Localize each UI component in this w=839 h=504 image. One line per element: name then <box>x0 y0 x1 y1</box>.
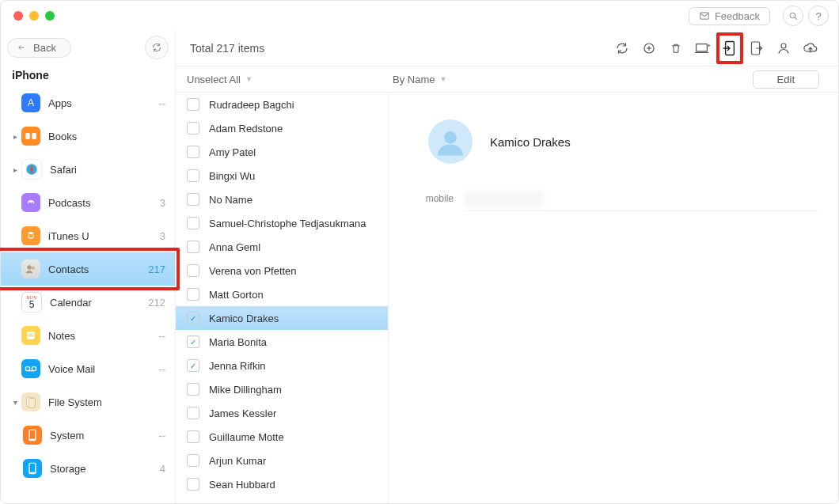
list-item[interactable]: James Kessler <box>176 401 388 425</box>
refresh-button[interactable] <box>145 36 169 59</box>
chevron-right-icon: ▸ <box>10 132 20 141</box>
contact-name-label: Matt Gorton <box>209 289 264 301</box>
checkbox[interactable] <box>187 264 199 277</box>
checkbox[interactable] <box>187 454 199 467</box>
feedback-button[interactable]: Feedback <box>689 7 770 25</box>
contacts-list[interactable]: Rudradeep BagchiAdam RedstoneAmy PatelBi… <box>176 93 389 503</box>
sidebar: Back iPhone A Apps -- ▸ <box>1 31 175 503</box>
unselect-all-button[interactable]: Unselect All ▼ <box>176 74 385 85</box>
list-item[interactable]: Amy Patel <box>176 140 388 164</box>
sidebar-item-apps[interactable]: A Apps -- <box>1 86 175 119</box>
minimize-icon[interactable] <box>29 11 39 21</box>
list-item[interactable]: Kamico Drakes <box>176 306 388 330</box>
podcasts-icon <box>21 193 40 212</box>
sidebar-item-contacts[interactable]: Contacts 217 <box>1 252 175 286</box>
contact-name-label: Rudradeep Bagchi <box>209 99 294 111</box>
checkbox[interactable] <box>187 241 199 253</box>
export-from-device-button[interactable] <box>743 35 770 62</box>
contact-name-label: Maria Bonita <box>209 336 267 348</box>
checkbox[interactable] <box>187 217 199 229</box>
sidebar-item-label: File System <box>48 396 165 408</box>
sidebar-item-safari[interactable]: ▸ Safari <box>1 153 175 186</box>
list-item[interactable]: Arjun Kumar <box>176 449 388 472</box>
contact-name-label: Samuel-Christophe Tedjasukmana <box>209 218 366 229</box>
columns: Rudradeep BagchiAdam RedstoneAmy PatelBi… <box>176 93 838 503</box>
export-device-icon <box>750 40 763 56</box>
edit-button[interactable]: Edit <box>753 70 819 89</box>
list-item[interactable]: Samuel-Christophe Tedjasukmana <box>176 211 388 235</box>
chevron-down-icon: ▾ <box>10 398 20 407</box>
help-button[interactable]: ? <box>808 6 829 26</box>
list-item[interactable]: No Name <box>176 188 388 211</box>
list-item[interactable]: Maria Bonita <box>176 330 388 354</box>
delete-button[interactable] <box>662 35 689 62</box>
svg-point-13 <box>32 366 36 370</box>
close-icon[interactable] <box>13 11 23 21</box>
sidebar-item-notes[interactable]: Notes -- <box>1 319 175 352</box>
checkbox[interactable] <box>187 383 199 396</box>
sort-button[interactable]: By Name ▼ <box>385 74 454 85</box>
sidebar-item-books[interactable]: ▸ Books <box>1 119 175 153</box>
refresh-button[interactable] <box>609 35 636 62</box>
list-item[interactable]: Matt Gorton <box>176 282 388 306</box>
sidebar-item-filesystem[interactable]: ▾ File System <box>1 385 175 419</box>
checkbox[interactable] <box>187 312 199 324</box>
checkbox[interactable] <box>187 98 199 111</box>
search-button[interactable] <box>783 6 803 26</box>
to-mac-button[interactable] <box>689 35 716 62</box>
refresh-icon <box>615 41 629 55</box>
toolbar: Total 217 items <box>176 31 838 66</box>
list-item[interactable]: Rudradeep Bagchi <box>176 93 388 116</box>
svg-rect-18 <box>30 430 36 439</box>
arrow-left-icon <box>16 44 27 51</box>
checkbox[interactable] <box>187 335 199 348</box>
sidebar-item-label: Notes <box>48 330 158 342</box>
chevron-right-icon: ▸ <box>10 165 20 174</box>
sidebar-item-count: -- <box>158 330 165 342</box>
checkbox[interactable] <box>187 193 199 206</box>
import-to-device-button[interactable] <box>716 32 743 64</box>
field-value-redacted <box>465 191 544 207</box>
contact-name-label: James Kessler <box>209 407 276 419</box>
merge-button[interactable] <box>770 35 797 62</box>
sidebar-item-voicemail[interactable]: Voice Mail -- <box>1 352 175 385</box>
sidebar-item-itunesu[interactable]: iTunes U 3 <box>1 219 175 252</box>
books-icon <box>21 127 40 146</box>
sidebar-item-podcasts[interactable]: Podcasts 3 <box>1 186 175 219</box>
add-button[interactable] <box>636 35 662 62</box>
checkbox[interactable] <box>187 478 199 491</box>
detail-field-mobile: mobile <box>409 191 818 207</box>
detail-header: Kamico Drakes <box>428 119 818 164</box>
sidebar-item-calendar[interactable]: MON 5 Calendar 212 <box>1 286 175 319</box>
list-item[interactable]: Bingxi Wu <box>176 164 388 188</box>
list-item[interactable]: Adam Redstone <box>176 116 388 140</box>
checkbox[interactable] <box>187 169 199 182</box>
contact-name-label: No Name <box>209 194 252 206</box>
zoom-icon[interactable] <box>45 11 55 21</box>
checkbox[interactable] <box>187 430 199 443</box>
contact-name-label: Amy Patel <box>209 146 256 158</box>
list-item[interactable]: Jenna Rifkin <box>176 354 388 377</box>
sidebar-item-system[interactable]: System -- <box>1 419 175 452</box>
sidebar-item-storage[interactable]: Storage 4 <box>1 452 175 485</box>
checkbox[interactable] <box>187 288 199 301</box>
back-button[interactable]: Back <box>7 38 71 58</box>
checkbox[interactable] <box>187 359 199 372</box>
list-item[interactable]: Sean Hubbard <box>176 472 388 496</box>
content: Total 217 items <box>175 31 838 503</box>
sidebar-item-count: 217 <box>148 263 165 275</box>
person-silhouette-icon <box>434 125 467 158</box>
list-item[interactable]: Guillaume Motte <box>176 425 388 449</box>
checkbox[interactable] <box>187 146 199 158</box>
contact-name-label: Bingxi Wu <box>209 170 255 182</box>
back-label: Back <box>33 42 56 54</box>
sidebar-item-label: Podcasts <box>48 197 160 209</box>
checkbox[interactable] <box>187 407 199 419</box>
list-item[interactable]: Verena von Pfetten <box>176 259 388 282</box>
contact-name: Kamico Drakes <box>490 135 571 149</box>
list-item[interactable]: Mike Dillingham <box>176 377 388 401</box>
to-cloud-button[interactable] <box>797 35 824 62</box>
checkbox[interactable] <box>187 122 199 135</box>
svg-point-29 <box>444 131 457 144</box>
list-item[interactable]: Anna Geml <box>176 235 388 259</box>
